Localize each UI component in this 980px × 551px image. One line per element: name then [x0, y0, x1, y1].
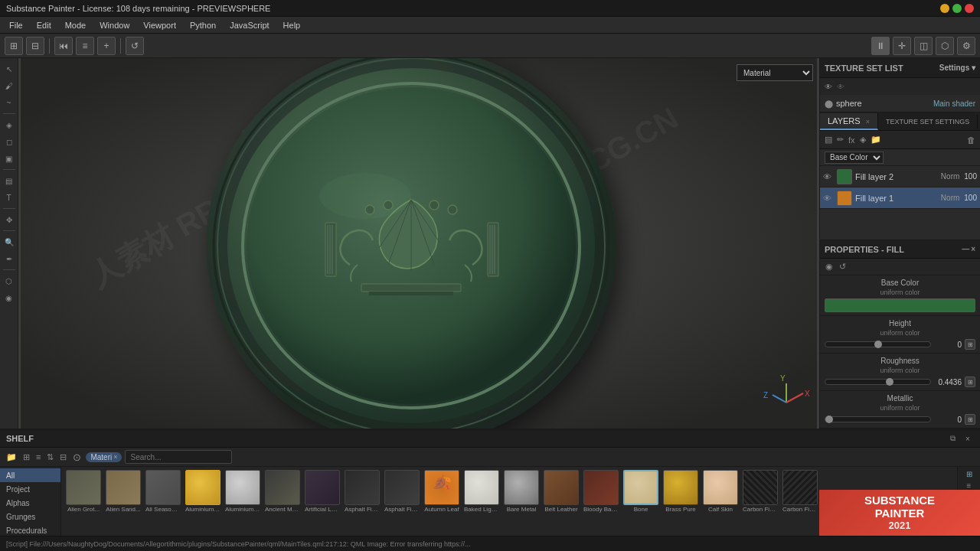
metallic-slider[interactable] — [825, 416, 931, 422]
minimize-button[interactable] — [940, 4, 949, 13]
smudge-tool[interactable]: ~ — [2, 95, 17, 110]
zoom-tool[interactable]: 🔍 — [2, 234, 17, 249]
tab-layers-close[interactable]: × — [866, 118, 870, 126]
tex-set-eye-icon[interactable]: 👁 — [823, 83, 834, 91]
roughness-expand-button[interactable]: ⊞ — [965, 377, 975, 387]
base-color-swatch[interactable] — [825, 298, 975, 312]
shelf-item-baked-light[interactable]: Baked Light... — [462, 470, 501, 513]
shelf-view-list-button[interactable]: ≡ — [967, 481, 972, 490]
shelf-view-grid-button[interactable]: ⊞ — [966, 470, 972, 478]
menu-help[interactable]: Help — [277, 19, 307, 31]
maximize-button[interactable] — [952, 4, 962, 13]
skip-back-button[interactable]: ⏮ — [54, 37, 73, 55]
layer-add-mask[interactable]: ◈ — [858, 135, 867, 145]
shelf-item-bare-metal[interactable]: Bare Metal — [502, 470, 541, 513]
transform-tool[interactable]: ✥ — [2, 212, 17, 227]
select-tool[interactable]: ▣ — [2, 151, 17, 166]
add-button[interactable]: + — [97, 37, 116, 55]
shelf-cat-all[interactable]: All — [0, 468, 60, 482]
view-3d-button[interactable]: ⬡ — [936, 37, 954, 55]
close-button[interactable] — [965, 4, 974, 13]
shelf-tool-sort[interactable]: ⇅ — [45, 452, 55, 462]
height-expand-button[interactable]: ⊞ — [965, 339, 975, 350]
layer-delete[interactable]: 🗑 — [965, 135, 977, 145]
shelf-cat-project[interactable]: Project — [0, 482, 60, 496]
shelf-item-asphalt-fin-2[interactable]: Asphalt Fin... — [383, 470, 421, 513]
props-minimize-button[interactable]: — — [962, 245, 969, 253]
props-close-button[interactable]: × — [971, 245, 975, 253]
shelf-item-aluminium-gold[interactable]: Aluminium ... — [184, 470, 222, 513]
viewport[interactable]: Material Albedo Normal — [18, 58, 819, 429]
pause-button[interactable]: ⏸ — [871, 37, 890, 55]
shelf-item-ancient-metal[interactable]: Ancient Metal — [263, 470, 302, 513]
layer-item-fill-2[interactable]: 👁 Fill layer 2 Norm 100 — [820, 166, 980, 187]
metallic-expand-button[interactable]: ⊞ — [965, 414, 975, 425]
shelf-tool-grid[interactable]: ⊞ — [21, 452, 31, 462]
shelf-item-alien-grot[interactable]: Alien Grot... — [64, 470, 103, 513]
base-color-mode-select[interactable]: Base Color Roughness Metallic Height Nor… — [825, 152, 884, 164]
layer-eye-fill-1[interactable]: 👁 — [823, 194, 834, 203]
layer-add-paint[interactable]: ✏ — [835, 135, 845, 145]
paint-tool[interactable]: 🖌 — [2, 78, 17, 93]
roughness-slider[interactable] — [825, 379, 931, 385]
tab-layers[interactable]: LAYERS × — [820, 113, 878, 130]
shelf-tool-folder[interactable]: 📁 — [5, 452, 18, 462]
layer-item-fill-1[interactable]: 👁 Fill layer 1 Norm 100 — [820, 187, 980, 209]
layer-eye-fill-2[interactable]: 👁 — [823, 172, 834, 181]
shelf-item-belt-leather[interactable]: Belt Leather — [542, 470, 580, 513]
fill-tool[interactable]: ◈ — [2, 117, 17, 132]
props-icon-1[interactable]: ◉ — [823, 262, 835, 272]
texture-set-settings-button[interactable]: Settings ▾ — [939, 64, 975, 72]
shelf-item-bloody-batt[interactable]: Bloody Batt... — [582, 470, 620, 513]
view-2d-button[interactable]: ◫ — [914, 37, 933, 55]
shelf-item-carbon-fiber-2[interactable]: Carbon Fib... — [781, 470, 819, 513]
shelf-item-artificial-lea[interactable]: Artificial Lea... — [303, 470, 341, 513]
height-slider[interactable] — [825, 341, 931, 347]
cursor-mode-button[interactable]: ✛ — [893, 37, 911, 55]
grid-3x3-button[interactable]: ⊟ — [26, 37, 44, 55]
shelf-cat-grunges[interactable]: Grunges — [0, 510, 60, 523]
shelf-filter-close-button[interactable]: × — [113, 453, 117, 461]
eyedropper-tool[interactable]: ✒ — [2, 251, 17, 266]
shelf-item-all-season[interactable]: All Season T... — [144, 470, 182, 513]
layers-button[interactable]: ≡ — [76, 37, 94, 55]
shelf-tool-filter[interactable]: ⊟ — [58, 452, 68, 462]
menu-edit[interactable]: Edit — [31, 19, 57, 31]
shelf-tool-filter2[interactable]: ⊙ — [71, 452, 83, 463]
text-tool[interactable]: T — [2, 190, 17, 205]
shelf-popout-button[interactable]: ⧉ — [946, 432, 959, 445]
menu-viewport[interactable]: Viewport — [137, 19, 182, 31]
layer-add-folder[interactable]: 📁 — [869, 135, 883, 145]
shelf-item-brass-pure[interactable]: Brass Pure — [662, 470, 700, 513]
gradient-tool[interactable]: ▤ — [2, 173, 17, 188]
shelf-item-carbon-fiber-1[interactable]: Carbon Fiber — [741, 470, 779, 513]
shelf-item-bone[interactable]: Bone — [622, 470, 660, 513]
props-icon-2[interactable]: ↺ — [837, 262, 848, 272]
geometry-tool[interactable]: ⬡ — [2, 273, 17, 289]
eraser-tool[interactable]: ◻ — [2, 134, 17, 149]
menu-mode[interactable]: Mode — [59, 19, 93, 31]
grid-2x2-button[interactable]: ⊞ — [5, 37, 23, 55]
shelf-close-button[interactable]: × — [962, 432, 974, 445]
shelf-item-autumn-leaf[interactable]: 🍂Autumn Leaf — [423, 470, 461, 513]
shelf-item-alien-sand[interactable]: Alien Sand... — [104, 470, 142, 513]
shelf-item-asphalt-fin-1[interactable]: Asphalt Fin... — [343, 470, 381, 513]
shelf-search-input[interactable] — [125, 450, 232, 464]
layer-add-effect[interactable]: fx — [847, 135, 857, 145]
tab-texture-set-settings[interactable]: TEXTURE SET SETTINGS — [878, 115, 978, 129]
refresh-button[interactable]: ↺ — [126, 37, 144, 55]
shelf-tool-list[interactable]: ≡ — [34, 452, 42, 461]
shelf-cat-alphas[interactable]: Alphas — [0, 496, 60, 510]
shelf-item-aluminium[interactable]: Aluminium ... — [224, 470, 262, 513]
menu-file[interactable]: File — [3, 19, 29, 31]
layer-add-fill[interactable]: ▤ — [823, 135, 834, 145]
shelf-item-calf-skin[interactable]: Calf Skin — [701, 470, 740, 513]
menu-javascript[interactable]: JavaScript — [224, 19, 275, 31]
viewport-mode-select[interactable]: Material Albedo Normal — [737, 64, 813, 81]
bake-tool[interactable]: ◉ — [2, 290, 17, 305]
cursor-tool[interactable]: ↖ — [2, 61, 17, 77]
menu-window[interactable]: Window — [93, 19, 136, 31]
menu-python[interactable]: Python — [184, 19, 222, 31]
shelf-cat-procedurals[interactable]: Procedurals — [0, 523, 60, 536]
settings-button[interactable]: ⚙ — [957, 37, 975, 55]
